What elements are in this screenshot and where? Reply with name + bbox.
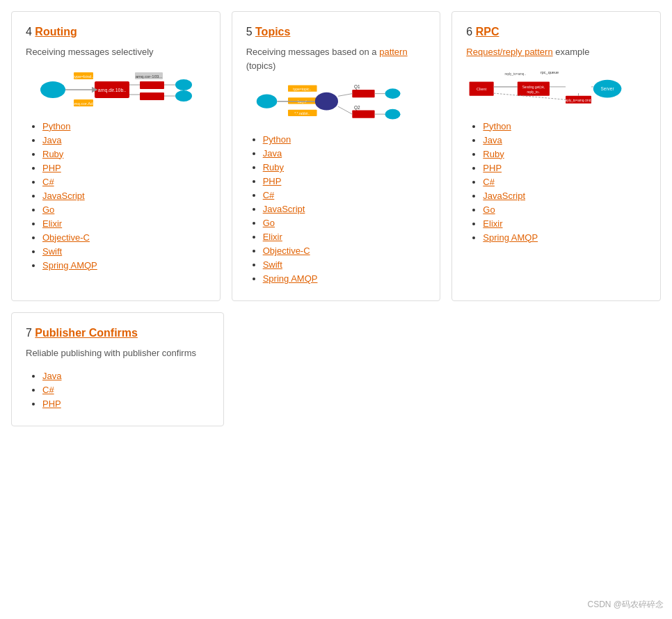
rpc-description: Request/reply pattern example [466,45,646,59]
rpc-link[interactable]: RPC [476,26,499,38]
routing-objc-link[interactable]: Objective-C [42,232,90,243]
routing-diagram: amq.dir.10b.. type=bind.. amq.cor.Ad.. a… [26,69,206,111]
list-item: Python [483,120,646,131]
list-item: PHP [483,162,646,173]
list-item: JavaScript [263,203,426,214]
topics-java-link[interactable]: Java [263,148,282,159]
topics-ruby-link[interactable]: Ruby [263,162,284,172]
svg-text:Sending get(ok,: Sending get(ok, [522,85,545,88]
list-item: Elixir [263,231,426,242]
card-topics-title: 5 Topics [246,26,426,38]
svg-text:amq.dir.10b..: amq.dir.10b.. [98,88,127,93]
routing-python-link[interactable]: Python [42,121,70,131]
rpc-php-link[interactable]: PHP [483,163,502,173]
list-item: C# [42,176,206,187]
publisher-java-link[interactable]: Java [42,371,61,381]
list-item: Swift [42,246,206,257]
svg-text:rpc_queue: rpc_queue [541,70,559,74]
svg-rect-28 [352,90,374,97]
publisher-links-list: Java C# PHP [26,370,209,409]
rpc-pattern-link[interactable]: Request/reply pattern [466,47,552,57]
list-item: JavaScript [483,190,646,201]
list-item: Go [483,204,646,215]
rpc-javascript-link[interactable]: JavaScript [483,191,525,201]
routing-link[interactable]: Routing [35,26,77,38]
publisher-php-link[interactable]: PHP [42,399,61,409]
svg-rect-10 [140,81,164,89]
svg-line-34 [338,106,352,114]
svg-text:*.*.rabbit..: *.*.rabbit.. [294,111,310,115]
rpc-ruby-link[interactable]: Ruby [483,149,504,159]
routing-java-link[interactable]: Java [42,135,61,145]
publisher-description: Reliable publishing with publisher confi… [26,346,209,360]
list-item: PHP [42,398,209,409]
topics-csharp-link[interactable]: C# [263,190,275,200]
publisher-confirms-link[interactable]: Publisher Confirms [35,327,138,339]
list-item: Swift [263,259,426,270]
list-item: Objective-C [263,245,426,256]
rpc-go-link[interactable]: Go [483,204,495,215]
svg-rect-11 [140,93,164,100]
routing-links-list: Python Java Ruby PHP C# JavaScript Go El… [26,120,206,271]
svg-point-27 [314,93,337,111]
rpc-spring-link[interactable]: Spring AMQP [483,232,538,243]
topics-javascript-link[interactable]: JavaScript [263,204,305,214]
list-item: Ruby [483,148,646,159]
topics-objc-link[interactable]: Objective-C [263,246,310,256]
list-item: Python [263,134,426,145]
svg-text:reply_to=amq..: reply_to=amq.. [505,72,527,76]
routing-csharp-link[interactable]: C# [42,177,54,187]
topics-swift-link[interactable]: Swift [263,259,282,270]
topics-php-link[interactable]: PHP [263,176,282,186]
svg-text:type=bind..: type=bind.. [74,74,95,79]
topics-spring-link[interactable]: Spring AMQP [263,273,318,284]
svg-line-33 [338,94,352,97]
list-item: Go [42,204,206,215]
topics-pattern-link[interactable]: pattern [379,47,407,57]
svg-text:reply_to..: reply_to.. [527,90,541,94]
routing-spring-link[interactable]: Spring AMQP [42,260,97,271]
list-item: PHP [42,162,206,173]
list-item: C# [483,176,646,187]
svg-text:amq.cor.Ad..: amq.cor.Ad.. [72,102,95,106]
card-publisher-title: 7 Publisher Confirms [26,327,209,339]
topics-go-link[interactable]: Go [263,218,275,228]
list-item: Java [42,134,206,145]
rpc-python-link[interactable]: Python [483,121,511,131]
svg-point-31 [385,109,400,120]
card-rpc: 6 RPC Request/reply pattern example rpc_… [451,11,661,301]
topics-python-link[interactable]: Python [263,134,291,145]
topics-links-list: Python Java Ruby PHP C# JavaScript Go El… [246,134,426,284]
svg-text:Q1: Q1 [354,84,360,90]
publisher-csharp-link[interactable]: C# [42,385,54,395]
svg-text:Server: Server [601,86,615,91]
list-item: PHP [263,175,426,186]
list-item: Java [483,134,646,145]
list-item: Spring AMQP [483,232,646,243]
routing-elixir-link[interactable]: Elixir [42,218,62,229]
routing-swift-link[interactable]: Swift [42,246,62,257]
svg-point-12 [175,79,192,90]
topics-elixir-link[interactable]: Elixir [263,232,282,242]
card-routing-title: 4 Routing [26,26,206,38]
rpc-csharp-link[interactable]: C# [483,177,495,187]
list-item: Python [42,120,206,131]
svg-text:amq.cor-103...: amq.cor-103... [136,74,163,79]
card-rpc-title: 6 RPC [466,26,646,38]
topics-link[interactable]: Topics [255,26,290,38]
topics-description: Receiving messages based on a pattern (t… [246,45,426,72]
rpc-elixir-link[interactable]: Elixir [483,218,502,229]
list-item: C# [263,189,426,200]
routing-javascript-link[interactable]: JavaScript [42,191,85,201]
list-item: C# [42,384,209,395]
svg-point-2 [40,81,65,98]
svg-text:type=topic..: type=topic.. [293,87,311,91]
svg-text:Client: Client [477,87,487,91]
rpc-java-link[interactable]: Java [483,135,502,145]
routing-ruby-link[interactable]: Ruby [42,149,63,159]
list-item: Ruby [42,148,206,159]
routing-php-link[interactable]: PHP [42,163,61,173]
list-item: JavaScript [42,190,206,201]
routing-go-link[interactable]: Go [42,204,54,215]
rpc-links-list: Python Java Ruby PHP C# JavaScript Go El… [466,120,646,243]
